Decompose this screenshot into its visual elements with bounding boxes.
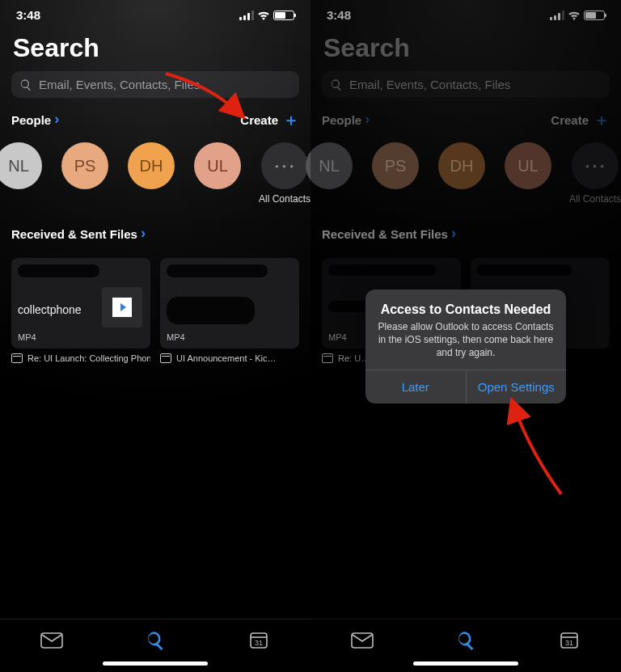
file-ext: MP4 bbox=[167, 332, 293, 342]
svg-rect-0 bbox=[41, 633, 62, 648]
wifi-icon bbox=[257, 11, 270, 20]
nav-search[interactable] bbox=[454, 631, 477, 650]
files-row: collectphone MP4 MP4 bbox=[0, 248, 310, 349]
redacted-block bbox=[167, 264, 268, 277]
avatar: UL bbox=[194, 142, 241, 189]
person-name bbox=[17, 194, 19, 205]
person-name bbox=[216, 194, 218, 205]
mail-icon bbox=[351, 632, 374, 649]
chevron-right-icon: › bbox=[54, 111, 59, 128]
calendar-icon: 31 bbox=[249, 631, 268, 650]
avatar: DH bbox=[128, 142, 175, 189]
dialog-title: Access to Contacts Needed bbox=[377, 302, 555, 317]
svg-rect-4 bbox=[352, 633, 373, 648]
dialog-buttons: Later Open Settings bbox=[365, 370, 566, 404]
calendar-icon: 31 bbox=[560, 631, 579, 650]
battery-icon bbox=[273, 11, 294, 20]
people-label: People bbox=[11, 113, 51, 127]
files-link[interactable]: Received & Sent Files › bbox=[11, 226, 146, 242]
search-placeholder: Email, Events, Contacts, Files bbox=[39, 78, 200, 91]
file-meta-text: UI Announcement - Kic… bbox=[176, 353, 277, 363]
svg-text:31: 31 bbox=[565, 639, 573, 647]
file-ext: MP4 bbox=[18, 332, 144, 342]
person-name bbox=[150, 194, 152, 205]
nav-calendar[interactable]: 31 bbox=[558, 631, 581, 650]
person-item[interactable]: PS bbox=[60, 142, 110, 205]
all-contacts-label: All Contacts bbox=[259, 194, 310, 205]
person-item[interactable]: DH bbox=[126, 142, 176, 205]
file-meta-text: Re: UI Launch: Collecting Phone Num… bbox=[27, 353, 150, 363]
status-bar: 3:48 bbox=[0, 0, 310, 25]
search-input[interactable]: Email, Events, Contacts, Files bbox=[11, 71, 299, 98]
avatar: NL bbox=[0, 142, 42, 189]
svg-text:31: 31 bbox=[255, 639, 263, 647]
more-icon: ● ● ● bbox=[261, 142, 308, 189]
nav-mail[interactable] bbox=[40, 631, 63, 650]
bottom-nav: 31 bbox=[0, 619, 310, 657]
home-indicator[interactable] bbox=[103, 661, 208, 666]
person-item[interactable]: NL bbox=[0, 142, 44, 205]
avatar: PS bbox=[61, 142, 108, 189]
open-settings-button[interactable]: Open Settings bbox=[466, 370, 567, 404]
files-label: Received & Sent Files bbox=[11, 227, 137, 241]
search-icon bbox=[145, 630, 166, 651]
file-meta[interactable]: Re: UI Launch: Collecting Phone Num… bbox=[11, 353, 150, 363]
plus-icon: ＋ bbox=[283, 109, 299, 131]
file-card[interactable]: collectphone MP4 bbox=[11, 258, 150, 349]
page-title: Search bbox=[0, 25, 310, 71]
status-indicators bbox=[239, 11, 294, 20]
permissions-dialog: Access to Contacts Needed Please allow O… bbox=[365, 290, 566, 404]
nav-mail[interactable] bbox=[351, 631, 374, 650]
screenshot-right: 3:48 Search Email, Events, Contacts, Fil… bbox=[310, 0, 621, 672]
cellular-icon bbox=[239, 11, 254, 20]
search-icon bbox=[19, 78, 32, 91]
nav-search[interactable] bbox=[144, 631, 167, 650]
file-meta[interactable]: UI Announcement - Kic… bbox=[160, 353, 299, 363]
all-contacts-item[interactable]: ● ● ● All Contacts bbox=[259, 142, 310, 205]
mail-icon bbox=[11, 353, 23, 363]
people-link[interactable]: People › bbox=[11, 112, 59, 128]
person-item[interactable]: UL bbox=[192, 142, 243, 205]
mail-icon bbox=[160, 353, 171, 363]
person-name bbox=[83, 194, 86, 205]
dialog-message: Please allow Outlook to access Contacts … bbox=[377, 320, 555, 360]
create-contact-button[interactable]: Create ＋ bbox=[240, 109, 299, 131]
home-indicator[interactable] bbox=[413, 661, 518, 666]
video-thumbnail bbox=[102, 287, 142, 328]
later-button[interactable]: Later bbox=[365, 370, 466, 404]
mail-icon bbox=[40, 632, 63, 649]
people-carousel[interactable]: NL PS DH UL ● ● ● All Contacts bbox=[0, 137, 310, 212]
search-icon bbox=[455, 630, 476, 651]
play-icon bbox=[120, 303, 126, 311]
file-meta-row: Re: UI Launch: Collecting Phone Num… UI … bbox=[0, 349, 310, 363]
create-label: Create bbox=[240, 113, 278, 127]
redacted-block bbox=[18, 264, 99, 277]
people-header-row: People › Create ＋ bbox=[0, 109, 310, 137]
screenshot-left: 3:48 Search Email, Events, Contacts, Fil… bbox=[0, 0, 310, 672]
file-card[interactable]: MP4 bbox=[160, 258, 299, 349]
files-header-row: Received & Sent Files › bbox=[0, 212, 310, 248]
status-time: 3:48 bbox=[16, 8, 40, 22]
redacted-block bbox=[167, 297, 255, 324]
chevron-right-icon: › bbox=[141, 225, 146, 242]
nav-calendar[interactable]: 31 bbox=[247, 631, 270, 650]
bottom-nav: 31 bbox=[310, 619, 621, 657]
